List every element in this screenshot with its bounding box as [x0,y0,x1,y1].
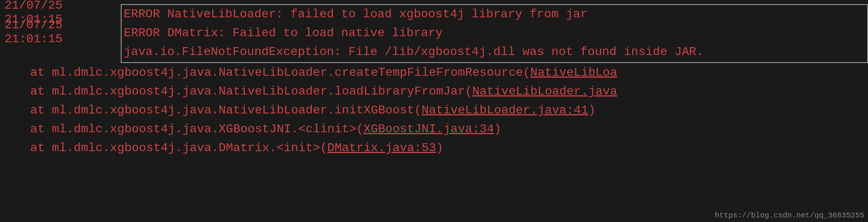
timestamp-2: 21/07/25 21:01:15 [0,18,121,46]
stack-link-1[interactable]: NativeLibLoa [530,66,617,80]
stack-line-2: at ml.dmlc.xgboost4j.java.NativeLibLoade… [0,82,868,101]
boxed-line-1: ERROR NativeLibLoader: failed to load xg… [124,5,703,24]
boxed-messages: ERROR NativeLibLoader: failed to load xg… [124,5,703,61]
source-url[interactable]: https://blog.csdn.net/qq_36835255 [715,211,864,220]
boxed-line-3: java.io.FileNotFoundException: File /lib… [124,43,703,61]
stack-link-5[interactable]: DMatrix.java:53 [327,141,436,155]
stack-line-3: at ml.dmlc.xgboost4j.java.NativeLibLoade… [0,101,868,120]
terminal-window: 21/07/25 21:01:15 21/07/25 21:01:15 ERRO… [0,0,868,222]
stack-link-3[interactable]: NativeLibLoader.java:41 [422,103,588,117]
stack-trace: at ml.dmlc.xgboost4j.java.NativeLibLoade… [0,63,868,158]
boxed-line-2: ERROR DMatrix: Failed to load native lib… [124,24,703,43]
stack-line-1: at ml.dmlc.xgboost4j.java.NativeLibLoade… [0,63,868,82]
stack-link-4[interactable]: XGBoostJNI.java:34 [363,122,494,136]
stack-link-2[interactable]: NativeLibLoader.java [472,84,617,98]
stack-line-5: at ml.dmlc.xgboost4j.java.DMatrix.<init>… [0,139,868,158]
stack-line-4: at ml.dmlc.xgboost4j.java.XGBoostJNI.<cl… [0,120,868,139]
